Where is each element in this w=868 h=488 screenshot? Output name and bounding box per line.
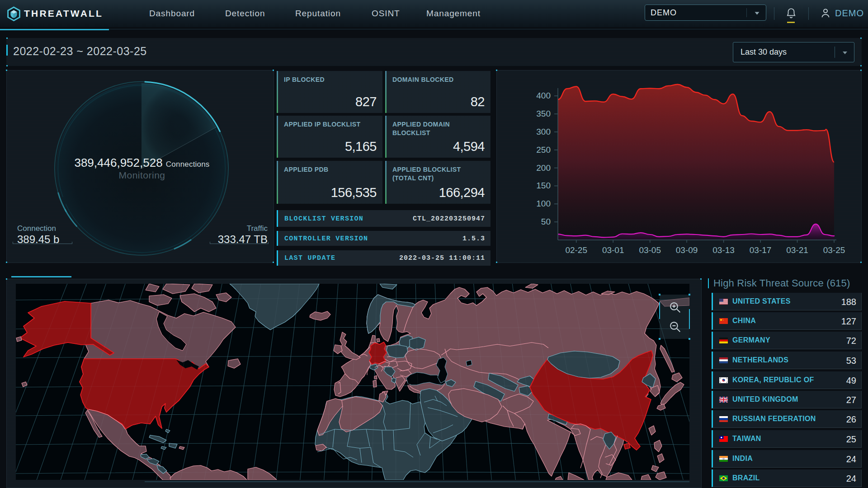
svg-text:50: 50 bbox=[541, 217, 551, 226]
svg-text:03-21: 03-21 bbox=[786, 245, 808, 255]
svg-text:03-05: 03-05 bbox=[639, 245, 661, 255]
svg-text:150: 150 bbox=[536, 181, 551, 190]
svg-text:400: 400 bbox=[536, 91, 551, 100]
svg-text:03-17: 03-17 bbox=[750, 245, 772, 255]
svg-text:02-25: 02-25 bbox=[565, 245, 587, 255]
svg-text:250: 250 bbox=[536, 145, 551, 155]
svg-text:100: 100 bbox=[536, 199, 551, 208]
svg-text:03-25: 03-25 bbox=[823, 245, 845, 255]
svg-text:350: 350 bbox=[536, 109, 551, 118]
svg-text:200: 200 bbox=[536, 163, 551, 173]
svg-text:300: 300 bbox=[536, 127, 551, 136]
svg-text:03-01: 03-01 bbox=[602, 245, 624, 255]
svg-text:03-13: 03-13 bbox=[712, 245, 735, 255]
svg-text:03-09: 03-09 bbox=[676, 245, 698, 255]
